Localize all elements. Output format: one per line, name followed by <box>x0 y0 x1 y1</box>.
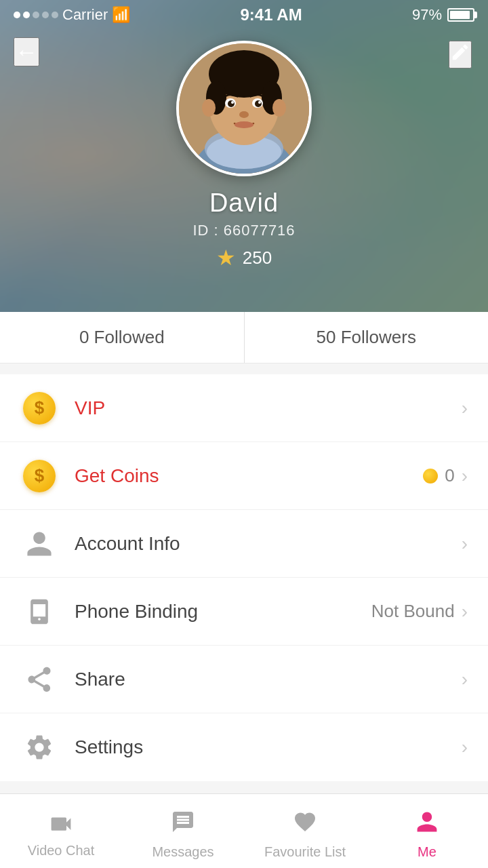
share-chevron: › <box>462 669 468 690</box>
vip-label: VIP <box>75 397 462 419</box>
share-icon <box>20 660 58 698</box>
phone-icon <box>20 593 58 631</box>
phone-chevron: › <box>462 601 468 623</box>
clock: 9:41 AM <box>241 5 302 24</box>
vip-icon: $ <box>20 389 58 427</box>
svg-point-18 <box>235 121 253 128</box>
svg-point-9 <box>202 99 216 117</box>
user-stars: ★ 250 <box>216 245 272 271</box>
tab-bar: Video Chat Messages Favourite List Me <box>0 793 488 868</box>
coins-value: 0 <box>445 465 454 486</box>
tab-favourite-list[interactable]: Favourite List <box>244 803 366 860</box>
phone-right: Not Bound › <box>371 601 468 623</box>
settings-label: Settings <box>75 736 462 758</box>
coin-badge <box>423 469 438 484</box>
phone-value: Not Bound <box>371 601 455 622</box>
edit-icon <box>450 42 470 62</box>
vip-chevron: › <box>462 397 468 419</box>
favourite-icon <box>293 810 317 840</box>
user-id: ID : 66077716 <box>192 222 295 239</box>
get-coins-label: Get Coins <box>75 465 423 487</box>
share-right: › <box>462 669 468 690</box>
svg-point-16 <box>258 101 261 104</box>
coins-chevron: › <box>462 465 468 487</box>
account-icon <box>20 525 58 563</box>
me-label: Me <box>418 844 436 860</box>
svg-point-14 <box>255 100 262 107</box>
star-icon: ★ <box>216 245 236 271</box>
video-chat-label: Video Chat <box>28 843 95 859</box>
svg-point-17 <box>239 111 249 118</box>
svg-point-13 <box>228 100 235 107</box>
svg-point-10 <box>272 99 286 117</box>
followed-stat[interactable]: 0 Followed <box>0 312 245 363</box>
video-chat-icon <box>47 810 75 839</box>
status-bar: Carrier 📶 9:41 AM 97% <box>0 0 488 30</box>
back-button[interactable]: ← <box>14 37 39 66</box>
menu-item-vip[interactable]: $ VIP › <box>0 374 488 442</box>
edit-button[interactable] <box>449 41 472 68</box>
tab-video-chat[interactable]: Video Chat <box>0 804 122 859</box>
phone-binding-label: Phone Binding <box>75 601 371 623</box>
account-info-label: Account Info <box>75 533 462 555</box>
battery-percent: 97% <box>412 6 442 24</box>
carrier-label: Carrier <box>62 6 108 24</box>
profile-hero: ← <box>0 0 488 312</box>
follow-stats: 0 Followed 50 Followers <box>0 312 488 363</box>
me-icon <box>415 810 439 840</box>
menu-item-account-info[interactable]: Account Info › <box>0 510 488 578</box>
followers-stat[interactable]: 50 Followers <box>245 312 489 363</box>
messages-label: Messages <box>152 844 214 860</box>
menu-item-phone-binding[interactable]: Phone Binding Not Bound › <box>0 578 488 646</box>
settings-chevron: › <box>462 736 468 758</box>
messages-icon <box>171 810 195 840</box>
menu-list: $ VIP › $ Get Coins 0 › Account Info › <box>0 374 488 781</box>
tab-messages[interactable]: Messages <box>122 803 244 860</box>
avatar <box>176 41 312 176</box>
menu-item-share[interactable]: Share › <box>0 646 488 713</box>
favourite-label: Favourite List <box>264 844 346 860</box>
avatar-image <box>179 43 309 174</box>
menu-item-get-coins[interactable]: $ Get Coins 0 › <box>0 442 488 510</box>
coins-icon: $ <box>20 457 58 495</box>
battery-icon <box>447 8 474 22</box>
account-chevron: › <box>462 533 468 555</box>
settings-icon <box>20 728 58 766</box>
settings-right: › <box>462 736 468 758</box>
star-count: 250 <box>243 248 272 269</box>
user-name: David <box>209 189 279 218</box>
account-right: › <box>462 533 468 555</box>
coins-right: 0 › <box>423 465 468 487</box>
vip-right: › <box>462 397 468 419</box>
tab-me[interactable]: Me <box>366 803 488 860</box>
menu-item-settings[interactable]: Settings › <box>0 713 488 781</box>
svg-point-15 <box>231 101 234 104</box>
share-label: Share <box>75 669 462 690</box>
